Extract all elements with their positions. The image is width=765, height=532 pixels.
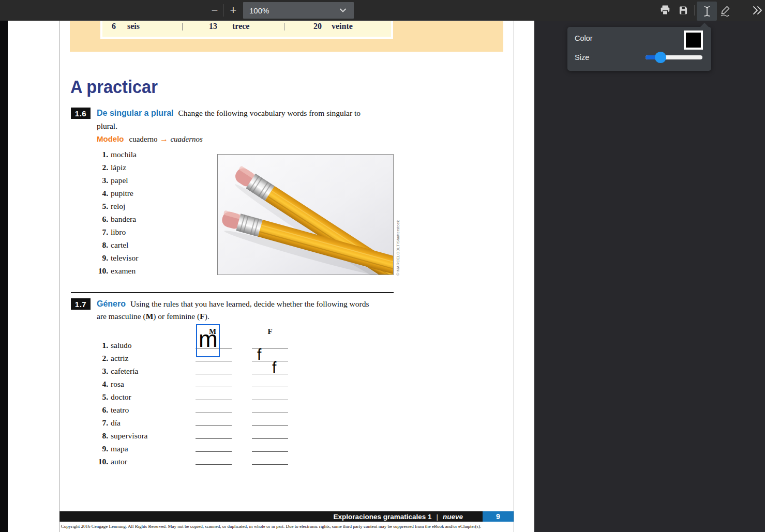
list-item-word: cafetería [111, 367, 138, 375]
double-chevron-right-icon [752, 6, 762, 15]
table-column-divider [182, 23, 183, 31]
annotation-text-f-row2[interactable]: f [257, 347, 261, 362]
list-item-word: autor [111, 457, 127, 466]
list-item: 9.mapa [89, 442, 208, 455]
annotation-text-m[interactable]: m [199, 328, 218, 351]
list-item: 8.supervisora [89, 429, 208, 442]
list-item-word: televisor [111, 253, 138, 262]
column-header-f: F [264, 328, 276, 336]
exercise-title: De singular a plural [97, 109, 173, 117]
right-panel-background [534, 21, 765, 532]
list-item: 7.libro [89, 225, 208, 238]
pen-icon [719, 5, 732, 17]
numbers-table: 6 seis 13 trece 20 veinte [100, 21, 393, 39]
list-item: 4.pupitre [89, 187, 208, 200]
toolbar-divider [694, 5, 695, 16]
list-item-number: 5. [89, 390, 108, 403]
list-item-word: bandera [111, 215, 136, 223]
list-item-number: 6. [89, 403, 108, 416]
list-item-word: actriz [111, 354, 128, 362]
color-swatch[interactable] [684, 31, 703, 50]
table-cell: seis [127, 22, 140, 31]
list-item-number: 6. [89, 212, 108, 225]
save-button[interactable] [676, 4, 691, 17]
copyright-notice: Copyright 2016 Cengage Learning. All Rig… [59, 524, 483, 529]
list-item-word: día [111, 418, 121, 427]
list-item: 7.día [89, 416, 208, 429]
exercise-instructions-line2: plural. [97, 120, 117, 132]
print-button[interactable] [658, 4, 672, 17]
printer-icon [659, 5, 671, 16]
modelo-from-word: cuaderno [129, 135, 158, 143]
feminine-abbrev: F [200, 312, 204, 321]
plus-icon: + [230, 5, 237, 16]
list-item-word: teatro [111, 405, 129, 414]
modelo-label: Modelo [97, 134, 124, 143]
zoom-in-button[interactable]: + [227, 4, 240, 17]
footer-book-title: Exploraciones gramaticales 1 [334, 513, 432, 521]
list-item-number: 3. [89, 174, 108, 187]
section-divider [71, 292, 394, 293]
page-right-border [514, 21, 514, 532]
list-item-number: 3. [89, 364, 108, 377]
list-item: 6.bandera [89, 212, 208, 225]
annotation-text-f-row3[interactable]: f [272, 360, 276, 375]
table-column-divider [284, 23, 284, 31]
zoom-level-value: 100% [249, 6, 269, 15]
table-cell: trece [232, 22, 249, 31]
list-item-word: saludo [111, 341, 131, 349]
list-item-word: lápiz [111, 163, 126, 172]
list-item-word: cartel [111, 240, 128, 249]
list-item-number: 7. [89, 416, 108, 429]
list-item-word: supervisora [111, 431, 147, 440]
toolbar: − + 100% [0, 0, 765, 21]
page-left-border [59, 21, 60, 532]
list-item: 10.autor [89, 455, 208, 468]
masculine-abbrev: M [146, 312, 154, 321]
exercise-number-badge: 1.6 [71, 108, 91, 119]
list-item-word: rosa [111, 379, 124, 388]
list-item: 10.examen [89, 264, 208, 277]
left-edge-strip [0, 21, 8, 532]
list-item: 5.doctor [89, 390, 208, 403]
exercise-17-word-list: 1.saludo 2.actriz 3.cafetería 4.rosa 5.d… [89, 339, 208, 468]
list-item-word: libro [111, 227, 126, 236]
text-tool-button[interactable] [697, 2, 717, 21]
page-number-badge: 9 [483, 511, 514, 522]
list-item-number: 1. [89, 339, 108, 352]
list-item: 5.reloj [89, 200, 208, 212]
list-item-number: 10. [89, 455, 108, 468]
list-item-number: 8. [89, 238, 108, 251]
exercise-17-header: GéneroUsing the rules that you have lear… [97, 298, 369, 310]
page-title: A practicar [70, 77, 158, 97]
modelo-to-word: cuadernos [170, 135, 203, 143]
modelo-line: Modelocuaderno → cuadernos [97, 133, 203, 145]
instruction-text: are masculine ( [97, 312, 146, 321]
table-cell: veinte [332, 22, 353, 31]
table-cell: 13 [203, 22, 217, 31]
list-item-number: 8. [89, 429, 108, 442]
list-item: 3.cafetería [89, 364, 208, 377]
chevron-down-icon [339, 8, 347, 13]
footer-page-word: nueve [443, 513, 463, 521]
exercise-16-word-list: 1.mochila 2.lápiz 3.papel 4.pupitre 5.re… [89, 148, 208, 277]
text-tool-settings-panel: Color Size [567, 27, 711, 71]
list-item-word: papel [111, 176, 128, 185]
text-cursor-icon [702, 5, 712, 18]
list-item-number: 1. [89, 148, 108, 161]
exercise-title: Género [97, 299, 126, 308]
list-item: 6.teatro [89, 403, 208, 416]
list-item-word: doctor [111, 392, 131, 401]
size-slider-thumb[interactable] [655, 52, 666, 63]
save-icon [678, 5, 688, 16]
pen-tool-button[interactable] [719, 4, 732, 18]
exercise-instructions: Using the rules that you have learned, d… [130, 299, 369, 308]
list-item-number: 2. [89, 161, 108, 174]
table-cell: 20 [307, 22, 322, 31]
list-item-number: 4. [89, 377, 108, 390]
zoom-out-button[interactable]: − [208, 4, 221, 17]
size-slider[interactable] [646, 52, 702, 63]
footer-separator: | [436, 513, 438, 521]
more-tools-button[interactable] [750, 4, 764, 17]
zoom-level-dropdown[interactable]: 100% [243, 2, 354, 19]
